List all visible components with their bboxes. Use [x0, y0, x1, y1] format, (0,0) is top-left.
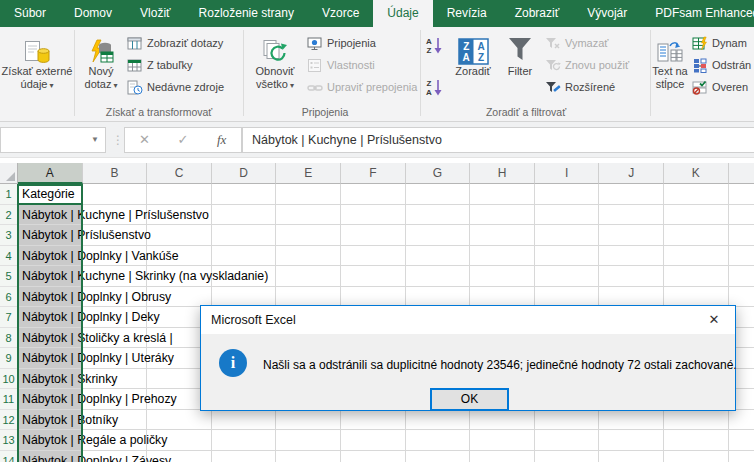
row-header-4[interactable]: 4 — [0, 246, 18, 267]
row-header-11[interactable]: 11 — [0, 389, 18, 410]
name-box-dropdown-icon[interactable]: ▼ — [91, 128, 99, 152]
cell[interactable] — [599, 266, 664, 287]
cell[interactable] — [664, 225, 729, 246]
cell[interactable] — [276, 205, 341, 226]
ok-button[interactable]: OK — [430, 388, 509, 411]
tab-s-bor[interactable]: Súbor — [0, 0, 60, 27]
row-header-5[interactable]: 5 — [0, 266, 18, 287]
cell[interactable] — [664, 184, 729, 205]
cell[interactable] — [341, 451, 406, 462]
cell[interactable] — [341, 430, 406, 451]
cell[interactable] — [83, 184, 148, 205]
refresh-all-button[interactable]: Obnoviť všetko▾ — [247, 29, 303, 92]
cell[interactable] — [664, 266, 729, 287]
cell[interactable] — [535, 246, 600, 267]
column-header-f[interactable]: F — [341, 163, 406, 184]
cell[interactable] — [470, 205, 535, 226]
tab-vlo-i-[interactable]: Vložiť — [126, 0, 185, 27]
filter-button[interactable]: Filter — [499, 29, 541, 78]
sort-button[interactable]: Z A A Z Zoradiť — [449, 29, 497, 78]
cell[interactable] — [599, 246, 664, 267]
cell[interactable] — [341, 410, 406, 431]
close-icon[interactable]: ✕ — [693, 306, 735, 334]
cell[interactable] — [470, 451, 535, 462]
cell[interactable] — [276, 246, 341, 267]
cell[interactable] — [341, 205, 406, 226]
row-header-1[interactable]: 1 — [0, 184, 18, 205]
cell[interactable] — [664, 430, 729, 451]
cell[interactable] — [406, 287, 471, 308]
cell[interactable] — [406, 184, 471, 205]
column-header-a[interactable]: A — [18, 163, 83, 184]
formula-bar-resize-handle[interactable]: ⋮ — [112, 127, 124, 153]
cell[interactable] — [276, 184, 341, 205]
advanced-filter-button[interactable]: Rozšírené — [545, 77, 615, 97]
insert-function-icon[interactable]: fx — [202, 128, 241, 152]
cell[interactable] — [470, 246, 535, 267]
row-header-8[interactable]: 8 — [0, 328, 18, 349]
connections-button[interactable]: Pripojenia — [307, 33, 376, 53]
tab-rev-zia[interactable]: Revízia — [433, 0, 501, 27]
sort-ascending-button[interactable]: A Z — [423, 35, 445, 55]
cell[interactable] — [535, 266, 600, 287]
row-header-14[interactable]: 14 — [0, 451, 18, 462]
cell[interactable] — [729, 287, 754, 308]
cell[interactable] — [212, 184, 277, 205]
cell[interactable] — [729, 430, 754, 451]
show-queries-button[interactable]: Zobraziť dotazy — [127, 33, 223, 53]
flash-fill-button[interactable]: Dynam — [692, 33, 747, 53]
cell[interactable] — [729, 184, 754, 205]
column-header-i[interactable]: I — [535, 163, 600, 184]
cell[interactable] — [535, 184, 600, 205]
cell[interactable] — [276, 225, 341, 246]
cell[interactable] — [341, 246, 406, 267]
cell[interactable] — [599, 205, 664, 226]
cell[interactable] — [276, 287, 341, 308]
from-table-button[interactable]: Z tabuľky — [127, 55, 192, 75]
cell[interactable] — [212, 205, 277, 226]
cell[interactable] — [535, 451, 600, 462]
cell[interactable] — [729, 205, 754, 226]
cell[interactable] — [664, 410, 729, 431]
cell[interactable] — [147, 225, 212, 246]
row-header-13[interactable]: 13 — [0, 430, 18, 451]
cell[interactable] — [276, 266, 341, 287]
data-validation-button[interactable]: Overen — [692, 77, 748, 97]
column-header-e[interactable]: E — [276, 163, 341, 184]
cell[interactable] — [664, 205, 729, 226]
cell[interactable] — [729, 266, 754, 287]
tab-rozlo-enie-strany[interactable]: Rozloženie strany — [185, 0, 308, 27]
tab-domov[interactable]: Domov — [60, 0, 126, 27]
cell[interactable] — [664, 246, 729, 267]
cell[interactable] — [599, 410, 664, 431]
cell[interactable] — [212, 246, 277, 267]
tab-zobrazi-[interactable]: Zobraziť — [501, 0, 574, 27]
column-header-k[interactable]: K — [664, 163, 729, 184]
cell[interactable] — [341, 184, 406, 205]
name-box[interactable]: ▼ — [0, 127, 106, 153]
formula-input[interactable]: Nábytok | Kuchyne | Príslušenstvo — [242, 127, 754, 153]
cell[interactable] — [599, 430, 664, 451]
cell[interactable] — [406, 246, 471, 267]
cell[interactable] — [276, 430, 341, 451]
cell[interactable] — [535, 205, 600, 226]
remove-duplicates-button[interactable]: Odstrán — [692, 55, 751, 75]
column-header-j[interactable]: J — [599, 163, 664, 184]
cell[interactable] — [535, 410, 600, 431]
cell[interactable] — [729, 410, 754, 431]
cell[interactable] — [406, 266, 471, 287]
cell[interactable] — [664, 287, 729, 308]
column-header-g[interactable]: G — [406, 163, 471, 184]
cell[interactable] — [276, 451, 341, 462]
cell[interactable] — [212, 430, 277, 451]
sort-descending-button[interactable]: Z A — [423, 77, 445, 97]
cell[interactable] — [147, 184, 212, 205]
cell[interactable] — [406, 451, 471, 462]
cell[interactable] — [341, 225, 406, 246]
cell[interactable] — [406, 225, 471, 246]
tab-v-voj-r[interactable]: Vývojár — [573, 0, 641, 27]
row-header-6[interactable]: 6 — [0, 287, 18, 308]
row-header-10[interactable]: 10 — [0, 369, 18, 390]
select-all-corner[interactable] — [0, 163, 18, 184]
cell[interactable] — [406, 205, 471, 226]
